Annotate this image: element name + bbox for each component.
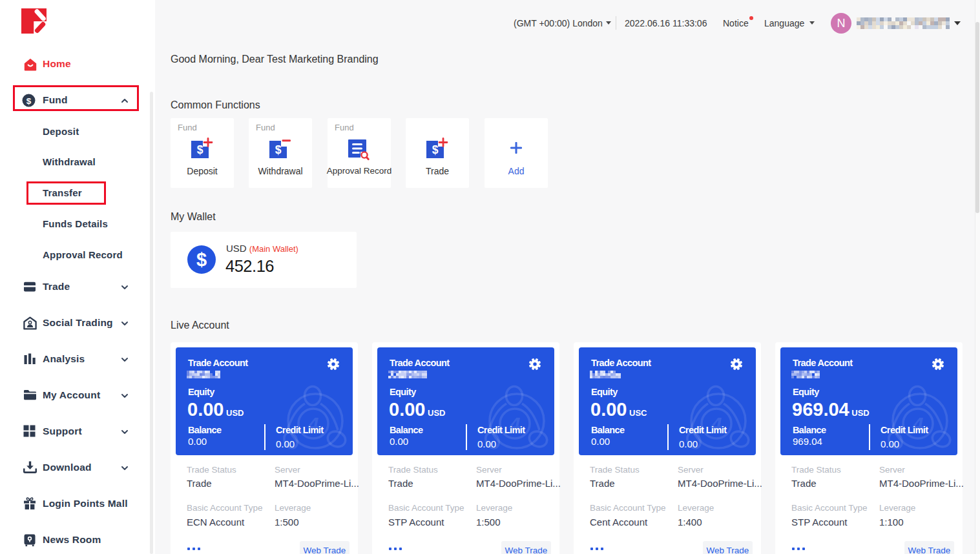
svg-text:$: $ — [197, 143, 203, 156]
svg-text:$: $ — [275, 143, 282, 156]
svg-text:$: $ — [432, 143, 439, 156]
svg-text:$: $ — [26, 96, 32, 106]
